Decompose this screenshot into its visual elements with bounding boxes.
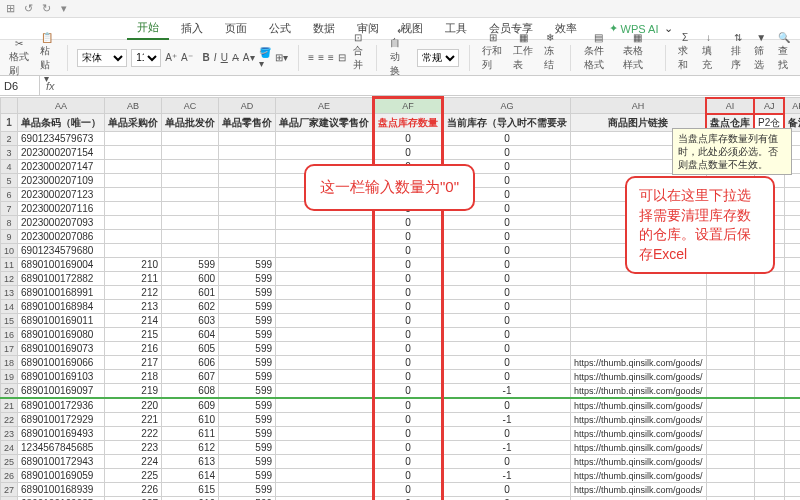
- table-row[interactable]: 21689010017293622060959900https://thumb.…: [1, 398, 801, 413]
- table-row[interactable]: 19689010016910321860759900https://thumb.…: [1, 370, 801, 384]
- ribbon: ✂格式刷 📋粘贴▾ 宋体 11 A⁺ A⁻ B I U A̶ A▾ 🪣▾ ⊞▾ …: [0, 40, 800, 76]
- column-headers[interactable]: AAABACADAEAFAGAHAIAJAK: [1, 98, 801, 114]
- bold-icon[interactable]: B: [203, 52, 210, 63]
- formula-input[interactable]: [61, 76, 800, 95]
- font-color-icon[interactable]: A▾: [243, 52, 255, 63]
- table-row[interactable]: 15689010016901121460359900: [1, 314, 801, 328]
- tab-page[interactable]: 页面: [215, 18, 257, 39]
- table-row[interactable]: 28689010016903522761659900https://thumb.…: [1, 497, 801, 501]
- number-format-select[interactable]: 常规: [417, 49, 459, 67]
- undo-icon[interactable]: ↺: [22, 3, 34, 15]
- table-row[interactable]: 18689010016906621760659900https://thumb.…: [1, 356, 801, 370]
- table-row[interactable]: 17689010016907321660559900: [1, 342, 801, 356]
- fx-label[interactable]: fx: [40, 80, 61, 92]
- format-brush-button[interactable]: ✂格式刷: [6, 36, 33, 80]
- table-row[interactable]: 16689010016908021560459900: [1, 328, 801, 342]
- font-name-select[interactable]: 宋体: [77, 49, 127, 67]
- italic-icon[interactable]: I: [214, 52, 217, 63]
- tab-formula[interactable]: 公式: [259, 18, 301, 39]
- table-row[interactable]: 27689010016893922661559900https://thumb.…: [1, 483, 801, 497]
- title-bar: ⊞ ↺ ↻ ▾: [0, 0, 800, 18]
- valign-icon[interactable]: ⊟: [338, 52, 346, 63]
- font-size-select[interactable]: 11: [131, 49, 161, 67]
- formula-bar: D6 fx: [0, 76, 800, 96]
- dropdown-icon[interactable]: ▾: [58, 3, 70, 15]
- table-row[interactable]: 14689010016898421360259900: [1, 300, 801, 314]
- border-icon[interactable]: ⊞▾: [275, 52, 288, 63]
- tab-insert[interactable]: 插入: [171, 18, 213, 39]
- cell-reference[interactable]: D6: [0, 76, 40, 95]
- app-menu-icon[interactable]: ⊞: [4, 3, 16, 15]
- table-row[interactable]: 23689010016949322261159900https://thumb.…: [1, 427, 801, 441]
- align-center-icon[interactable]: ≡: [318, 52, 324, 63]
- table-row[interactable]: 25689010017294322461359900https://thumb.…: [1, 455, 801, 469]
- table-row[interactable]: 2068901001690972196085990-1https://thumb…: [1, 384, 801, 399]
- collapse-icon[interactable]: ⌄: [664, 22, 673, 35]
- redo-icon[interactable]: ↻: [40, 3, 52, 15]
- table-row[interactable]: 13689010016899121260159900: [1, 286, 801, 300]
- table-row[interactable]: 2268901001729292216105990-1https://thumb…: [1, 413, 801, 427]
- callout-warehouse-select: 可以在这里下拉选择需要清理库存数的仓库。设置后保存Excel: [625, 176, 775, 274]
- underline-icon[interactable]: U: [221, 52, 228, 63]
- align-right-icon[interactable]: ≡: [328, 52, 334, 63]
- tab-start[interactable]: 开始: [127, 17, 169, 40]
- callout-input-zero: 这一栏输入数量为"0": [304, 164, 475, 211]
- spreadsheet-grid[interactable]: AAABACADAEAFAGAHAIAJAK 1单品条码（唯一）单品采购价单品批…: [0, 96, 800, 500]
- strike-icon[interactable]: A̶: [232, 52, 239, 63]
- fill-color-icon[interactable]: 🪣▾: [259, 47, 271, 69]
- align-left-icon[interactable]: ≡: [308, 52, 314, 63]
- decrease-font-icon[interactable]: A⁻: [181, 52, 193, 63]
- increase-font-icon[interactable]: A⁺: [165, 52, 177, 63]
- table-row[interactable]: 2668901001690592256145990-1https://thumb…: [1, 469, 801, 483]
- table-row[interactable]: 2412345678456852236125990-1https://thumb…: [1, 441, 801, 455]
- tooltip-warehouse: 当盘点库存数量列有值时，此处必须必选。否则盘点数量不生效。: [672, 128, 792, 175]
